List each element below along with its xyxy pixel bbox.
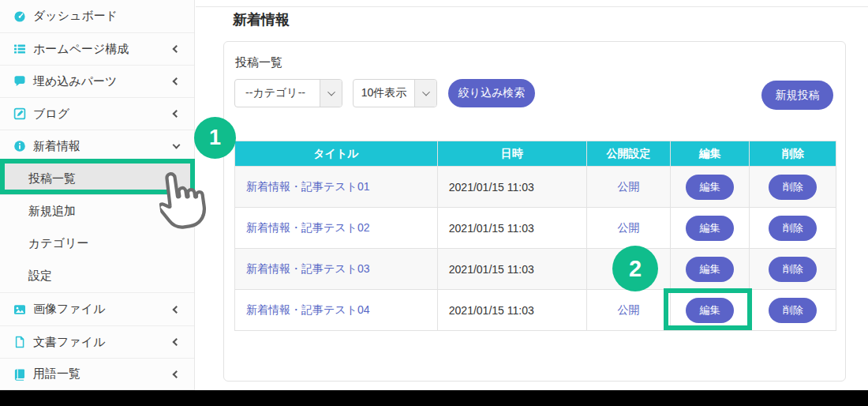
sidebar-subitem-label: 新規追加 (28, 204, 76, 219)
chevron-left-icon (173, 45, 181, 53)
post-title-cell: 新着情報・記事テスト03 (235, 249, 438, 290)
table-row: 新着情報・記事テスト02 2021/01/15 11:03 公開 編集 削除 (235, 208, 836, 249)
post-title-cell: 新着情報・記事テスト04 (235, 290, 438, 331)
post-title-link[interactable]: 新着情報・記事テスト01 (246, 180, 370, 193)
post-status-cell: 公開 (586, 290, 671, 331)
sidebar-item-embed-parts[interactable]: 埋め込みパーツ (0, 65, 194, 97)
column-header-visibility: 公開設定 (586, 141, 671, 167)
post-status-link[interactable]: 公開 (618, 303, 640, 316)
edit-cell: 編集 (671, 167, 750, 208)
display-count-select[interactable]: 10件表示 (353, 79, 437, 107)
column-header-edit: 編集 (671, 141, 750, 167)
bottom-black-bar (0, 390, 868, 406)
sidebar-item-label: 用語一覧 (33, 367, 80, 382)
sidebar-item-dashboard[interactable]: ダッシュボード (0, 0, 194, 32)
post-title-link[interactable]: 新着情報・記事テスト02 (246, 221, 370, 234)
sidebar-subitem-category[interactable]: カテゴリー (0, 227, 194, 260)
sidebar-item-label: ブログ (33, 107, 69, 122)
book-icon (13, 367, 26, 381)
select-caret-icon (414, 80, 436, 107)
edit-button[interactable]: 編集 (686, 175, 734, 200)
delete-button[interactable]: 削除 (769, 216, 817, 241)
post-status-link[interactable]: 公開 (618, 180, 640, 193)
sidebar-item-label: 文書ファイル (33, 335, 105, 350)
new-post-button[interactable]: 新規投稿 (761, 81, 833, 110)
post-status-cell: 公開 (586, 208, 671, 249)
delete-button[interactable]: 削除 (769, 257, 817, 282)
delete-cell: 削除 (750, 208, 836, 249)
sidebar: ダッシュボード ホームページ構成 埋め込みパーツ ブログ 新着情報 投稿一覧 (0, 0, 195, 390)
sidebar-item-image-files[interactable]: 画像ファイル (0, 293, 194, 325)
sidebar-item-label: 画像ファイル (33, 302, 105, 317)
edit-button[interactable]: 編集 (686, 216, 734, 241)
sidebar-subitem-settings[interactable]: 設定 (0, 260, 194, 292)
delete-button[interactable]: 削除 (769, 175, 817, 200)
file-icon (13, 336, 26, 349)
sidebar-subitem-label: カテゴリー (28, 236, 88, 251)
post-datetime-cell: 2021/01/15 11:03 (437, 249, 586, 290)
filter-search-button[interactable]: 絞り込み検索 (448, 79, 535, 107)
sidebar-item-label: 新着情報 (33, 139, 80, 154)
column-header-title: タイトル (235, 141, 438, 167)
list-icon (13, 43, 26, 56)
table-row: 新着情報・記事テスト01 2021/01/15 11:03 公開 編集 削除 (235, 167, 836, 208)
page-title: 新着情報 (233, 10, 290, 29)
post-title-cell: 新着情報・記事テスト01 (235, 167, 438, 208)
column-header-delete: 削除 (750, 141, 836, 167)
select-caret-icon (320, 80, 342, 107)
edit-button[interactable]: 編集 (686, 298, 734, 323)
sidebar-item-label: ダッシュボード (33, 9, 118, 24)
post-datetime-cell: 2021/01/15 11:03 (437, 167, 586, 208)
image-icon (13, 303, 26, 316)
info-circle-icon (13, 140, 26, 153)
delete-button[interactable]: 削除 (769, 298, 817, 323)
chevron-left-icon (173, 338, 181, 346)
dashboard-icon (13, 9, 26, 23)
sidebar-item-label: ホームページ構成 (33, 42, 129, 57)
display-count-value: 10件表示 (354, 86, 414, 100)
post-datetime-cell: 2021/01/15 11:03 (437, 290, 586, 331)
table-row: 新着情報・記事テスト03 2021/01/15 11:03 公開 編集 削除 (235, 249, 836, 290)
category-select[interactable]: --カテゴリ-- (234, 79, 342, 107)
post-datetime-cell: 2021/01/15 11:03 (437, 208, 586, 249)
edit-cell: 編集 (671, 290, 750, 331)
edit-cell: 編集 (671, 249, 750, 290)
post-title-link[interactable]: 新着情報・記事テスト04 (246, 303, 370, 316)
sidebar-item-blog[interactable]: ブログ (0, 97, 194, 130)
post-table: タイトル 日時 公開設定 編集 削除 新着情報・記事テスト01 2021/01/… (234, 141, 836, 331)
sidebar-item-document-files[interactable]: 文書ファイル (0, 325, 194, 358)
chevron-left-icon (173, 77, 181, 85)
sidebar-subitem-label: 投稿一覧 (28, 171, 76, 186)
sidebar-subitem-add-new[interactable]: 新規追加 (0, 195, 194, 227)
post-status-cell: 公開 (586, 167, 671, 208)
column-header-datetime: 日時 (437, 141, 586, 167)
comment-icon (13, 75, 26, 88)
post-title-link[interactable]: 新着情報・記事テスト03 (246, 262, 370, 275)
sidebar-item-glossary[interactable]: 用語一覧 (0, 358, 194, 390)
edit-button[interactable]: 編集 (686, 257, 734, 282)
delete-cell: 削除 (750, 167, 836, 208)
category-select-value: --カテゴリ-- (235, 86, 320, 100)
filter-section-label: 投稿一覧 (235, 55, 282, 70)
sidebar-item-news[interactable]: 新着情報 (0, 130, 194, 162)
table-row: 新着情報・記事テスト04 2021/01/15 11:03 公開 編集 削除 (235, 290, 836, 331)
edit-cell: 編集 (671, 208, 750, 249)
sidebar-subitem-label: 設定 (28, 269, 52, 284)
chevron-left-icon (173, 110, 181, 118)
sidebar-subitem-post-list[interactable]: 投稿一覧 (0, 163, 194, 195)
chevron-left-icon (173, 306, 181, 314)
sidebar-item-label: 埋め込みパーツ (33, 74, 117, 89)
post-title-cell: 新着情報・記事テスト02 (235, 208, 438, 249)
post-status-link[interactable]: 公開 (618, 221, 640, 234)
chevron-down-icon (173, 141, 181, 149)
sidebar-item-homepage-structure[interactable]: ホームページ構成 (0, 32, 194, 65)
chevron-left-icon (173, 370, 181, 378)
delete-cell: 削除 (750, 290, 836, 331)
post-list-card: 投稿一覧 --カテゴリ-- 10件表示 絞り込み検索 新規投稿 タイトル 日時 … (223, 41, 846, 382)
post-status-cell: 公開 (586, 249, 671, 290)
sidebar-news-submenu: 投稿一覧 新規追加 カテゴリー 設定 (0, 162, 194, 293)
main-top-border (196, 6, 868, 7)
delete-cell: 削除 (750, 249, 836, 290)
post-status-link[interactable]: 公開 (618, 262, 640, 275)
table-header-row: タイトル 日時 公開設定 編集 削除 (235, 141, 836, 167)
